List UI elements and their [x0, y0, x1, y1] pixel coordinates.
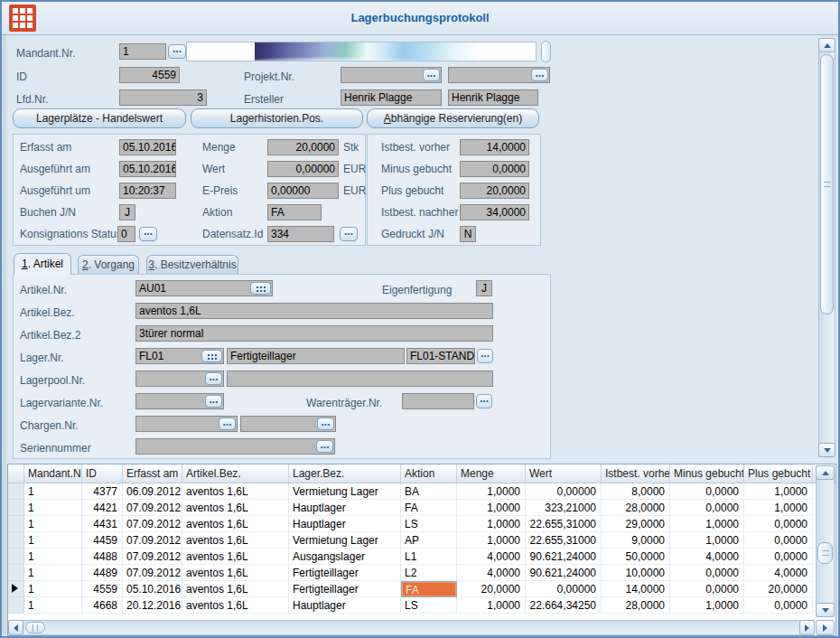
table-cell[interactable]: 1,0000: [457, 516, 526, 532]
plus-gebucht-field[interactable]: 20,0000: [460, 183, 529, 199]
table-cell[interactable]: 29,0000: [602, 516, 670, 532]
table-cell[interactable]: 1: [24, 516, 82, 532]
table-cell[interactable]: 1: [24, 532, 82, 549]
warentraeger-lookup-button[interactable]: ...: [476, 394, 492, 408]
form-scroll-down-button[interactable]: [818, 443, 835, 457]
istbest-nachher-field[interactable]: 34,0000: [460, 204, 529, 220]
table-header-cell[interactable]: ID: [82, 464, 123, 483]
table-cell[interactable]: 07.09.2012: [123, 500, 182, 516]
ausgefuehrt-um-field[interactable]: 10:20:37: [119, 183, 176, 199]
seriennummer-lookup-button[interactable]: ...: [316, 440, 333, 453]
table-cell[interactable]: 22.655,31000: [526, 532, 602, 549]
table-scroll-right-button[interactable]: [799, 620, 815, 635]
mandant-field[interactable]: 1: [119, 43, 166, 60]
form-scroll-up-button[interactable]: [818, 38, 835, 52]
table-cell[interactable]: aventos 1,6L: [182, 516, 289, 532]
table-cell[interactable]: 07.09.2012: [123, 516, 182, 532]
table-cell[interactable]: 1: [24, 565, 82, 581]
table-cell[interactable]: 1,0000: [670, 532, 744, 549]
table-cell[interactable]: 07.09.2012: [123, 549, 182, 565]
table-cell[interactable]: BA: [401, 483, 457, 500]
table-row[interactable]: 1448907.09.2012aventos 1,6LFertigteillag…: [8, 565, 835, 581]
table-cell[interactable]: 4559: [82, 581, 123, 597]
row-selector[interactable]: [8, 516, 24, 532]
table-cell[interactable]: 1,0000: [744, 483, 813, 500]
table-cell[interactable]: 1,0000: [457, 597, 526, 614]
table-hscrollbar-thumb[interactable]: [25, 622, 45, 633]
chargen-lookup-button-1[interactable]: ...: [219, 418, 236, 430]
table-cell[interactable]: 06.09.2012: [123, 483, 182, 500]
table-cell[interactable]: 1,0000: [670, 516, 744, 532]
table-cell[interactable]: 1,0000: [744, 500, 813, 516]
table-cell[interactable]: 0,0000: [670, 581, 744, 597]
table-cell[interactable]: 0,0000: [670, 565, 744, 581]
lagervariante-field[interactable]: ...: [135, 393, 224, 409]
table-cell[interactable]: AP: [401, 532, 457, 549]
row-selector[interactable]: [8, 532, 24, 549]
table-cell[interactable]: 4421: [82, 500, 123, 516]
table-header-cell[interactable]: Menge: [457, 464, 526, 483]
ersteller-field-2[interactable]: Henrik Plagge: [448, 89, 538, 106]
table-cell[interactable]: 1,0000: [670, 597, 744, 614]
lager-nr-grid-lookup-button[interactable]: [201, 350, 222, 362]
table-cell[interactable]: 22.655,31000: [526, 516, 602, 532]
table-scroll-down-button[interactable]: [816, 603, 835, 617]
table-cell[interactable]: 05.10.2016: [123, 581, 182, 597]
table-scroll-up-button[interactable]: [816, 465, 835, 480]
table-cell[interactable]: 0,0000: [670, 483, 744, 500]
table-cell[interactable]: LS: [401, 597, 457, 614]
chargen-field-2[interactable]: ...: [240, 416, 336, 432]
konsignation-field[interactable]: 0: [117, 226, 135, 242]
lagerplaetze-handelswert-button[interactable]: Lagerplätze - Handelswert: [13, 108, 186, 128]
table-cell[interactable]: Hauptlager: [289, 516, 401, 532]
gedruckt-field[interactable]: N: [460, 226, 476, 242]
lagerplatz-field[interactable]: FL01-STANDAR: [406, 348, 475, 364]
buchen-field[interactable]: J: [119, 204, 135, 220]
tab-besitzverhaeltnis[interactable]: 3. Besitzverhältnis: [146, 255, 238, 275]
table-cell[interactable]: 07.09.2012: [123, 565, 182, 581]
table-cell[interactable]: 0,00000: [526, 483, 602, 500]
table-cell[interactable]: 20.12.2016: [123, 597, 182, 614]
table-cell[interactable]: 1: [24, 597, 82, 614]
table-cell[interactable]: aventos 1,6L: [182, 483, 289, 500]
form-scrollbar-thumb[interactable]: [820, 54, 834, 314]
table-cell[interactable]: Fertigteillager: [289, 565, 401, 581]
table-row[interactable]: 1448807.09.2012aventos 1,6LAusgangslager…: [8, 549, 835, 565]
table-cell[interactable]: 4377: [82, 483, 123, 500]
table-header-cell[interactable]: Lager.Bez.: [289, 464, 401, 483]
wert-field[interactable]: 0,00000: [267, 161, 339, 177]
table-cell[interactable]: 4,0000: [457, 549, 526, 565]
table-cell[interactable]: aventos 1,6L: [182, 532, 289, 549]
table-cell[interactable]: 1: [24, 549, 82, 565]
ausgefuehrt-am-field[interactable]: 05.10.2016: [119, 161, 176, 177]
table-cell[interactable]: 4,0000: [457, 565, 526, 581]
lagerpool-field[interactable]: ...: [135, 371, 224, 387]
table-header-cell[interactable]: Mandant.Nr.: [24, 464, 82, 483]
table-cell[interactable]: 4489: [82, 565, 123, 581]
lagerplatz-lookup-button[interactable]: ...: [477, 349, 493, 363]
table-hscrollbar-track[interactable]: [8, 620, 815, 635]
table-header-cell[interactable]: Plus gebucht: [744, 464, 813, 483]
projekt-field-1[interactable]: ...: [341, 67, 442, 83]
table-cell[interactable]: 0,0000: [670, 500, 744, 516]
seriennummer-field[interactable]: ...: [135, 438, 335, 455]
table-cell[interactable]: 0,0000: [744, 597, 813, 614]
row-selector[interactable]: [8, 597, 24, 614]
table-row[interactable]: 1466820.12.2016aventos 1,6LHauptlagerLS1…: [8, 597, 835, 614]
table-cell[interactable]: 10,0000: [602, 565, 670, 581]
tab-artikel[interactable]: 1. Artikel: [14, 253, 71, 275]
datensatz-field[interactable]: 334: [267, 226, 334, 242]
table-cell[interactable]: 0,0000: [744, 549, 813, 565]
table-header-cell[interactable]: Istbest. vorher: [602, 464, 670, 483]
mandant-lookup-button[interactable]: ...: [168, 44, 186, 59]
table-cell[interactable]: aventos 1,6L: [182, 581, 289, 597]
table-cell[interactable]: 90.621,24000: [526, 565, 602, 581]
lager-name-field[interactable]: Fertigteillager: [227, 348, 405, 364]
table-cell[interactable]: 0,00000: [526, 581, 602, 597]
lagervariante-lookup-button[interactable]: ...: [205, 395, 222, 408]
artikel-bez2-field[interactable]: 3türer normal: [135, 325, 493, 342]
projekt-lookup-button-1[interactable]: ...: [423, 69, 440, 81]
table-cell[interactable]: 1: [24, 581, 82, 597]
table-cell[interactable]: 323,21000: [526, 500, 602, 516]
table-row[interactable]: 1445907.09.2012aventos 1,6LVermietung La…: [8, 532, 835, 549]
